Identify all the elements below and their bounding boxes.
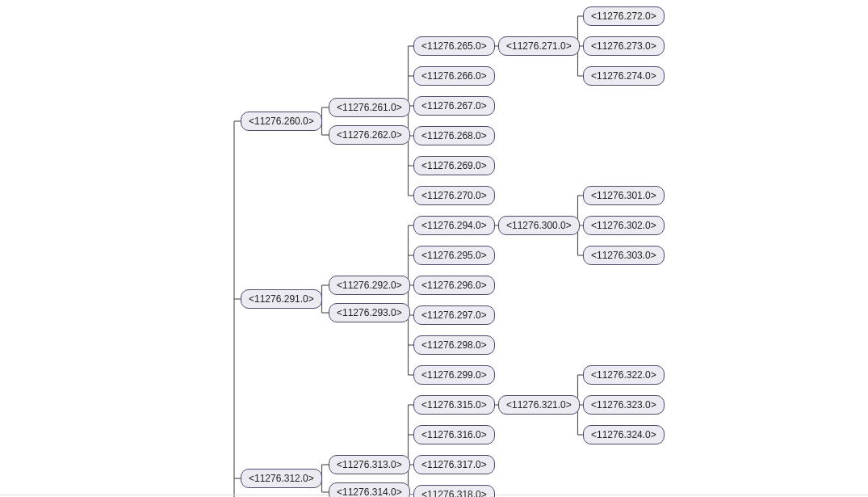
tree-node-268[interactable]: <11276.268.0> xyxy=(413,126,495,145)
tree-node-314[interactable]: <11276.314.0> xyxy=(329,482,410,497)
tree-node-322[interactable]: <11276.322.0> xyxy=(583,365,665,385)
tree-node-294[interactable]: <11276.294.0> xyxy=(413,216,495,235)
tree-node-324[interactable]: <11276.324.0> xyxy=(583,425,665,444)
tree-node-261[interactable]: <11276.261.0> xyxy=(329,98,410,117)
tree-node-300[interactable]: <11276.300.0> xyxy=(498,216,580,235)
tree-node-315[interactable]: <11276.315.0> xyxy=(413,395,495,415)
tree-node-269[interactable]: <11276.269.0> xyxy=(413,156,495,175)
tree-node-301[interactable]: <11276.301.0> xyxy=(583,186,665,205)
tree-node-297[interactable]: <11276.297.0> xyxy=(413,305,495,325)
tree-node-316[interactable]: <11276.316.0> xyxy=(413,425,495,444)
tree-node-267[interactable]: <11276.267.0> xyxy=(413,96,495,116)
tree-node-313[interactable]: <11276.313.0> xyxy=(329,455,410,474)
tree-node-317[interactable]: <11276.317.0> xyxy=(413,455,495,474)
tree-node-323[interactable]: <11276.323.0> xyxy=(583,395,665,415)
tree-node-303[interactable]: <11276.303.0> xyxy=(583,246,665,265)
tree-node-312[interactable]: <11276.312.0> xyxy=(241,469,322,488)
tree-node-299[interactable]: <11276.299.0> xyxy=(413,365,495,385)
tree-node-295[interactable]: <11276.295.0> xyxy=(413,246,495,265)
tree-node-291[interactable]: <11276.291.0> xyxy=(241,289,322,309)
tree-node-272[interactable]: <11276.272.0> xyxy=(583,6,665,26)
tree-node-262[interactable]: <11276.262.0> xyxy=(329,125,410,145)
tree-node-296[interactable]: <11276.296.0> xyxy=(413,276,495,295)
tree-node-302[interactable]: <11276.302.0> xyxy=(583,216,665,235)
tree-node-293[interactable]: <11276.293.0> xyxy=(329,303,410,322)
tree-node-318[interactable]: <11276.318.0> xyxy=(413,485,495,497)
tree-node-321[interactable]: <11276.321.0> xyxy=(498,395,580,415)
tree-node-298[interactable]: <11276.298.0> xyxy=(413,335,495,355)
tree-node-292[interactable]: <11276.292.0> xyxy=(329,276,410,295)
tree-node-260[interactable]: <11276.260.0> xyxy=(241,112,322,131)
tree-node-265[interactable]: <11276.265.0> xyxy=(413,36,495,56)
tree-canvas: <11276.260.0><11276.261.0><11276.262.0><… xyxy=(0,0,868,497)
tree-node-270[interactable]: <11276.270.0> xyxy=(413,186,495,205)
tree-node-273[interactable]: <11276.273.0> xyxy=(583,36,665,56)
tree-node-266[interactable]: <11276.266.0> xyxy=(413,66,495,86)
tree-node-271[interactable]: <11276.271.0> xyxy=(498,36,580,56)
tree-node-274[interactable]: <11276.274.0> xyxy=(583,66,665,86)
